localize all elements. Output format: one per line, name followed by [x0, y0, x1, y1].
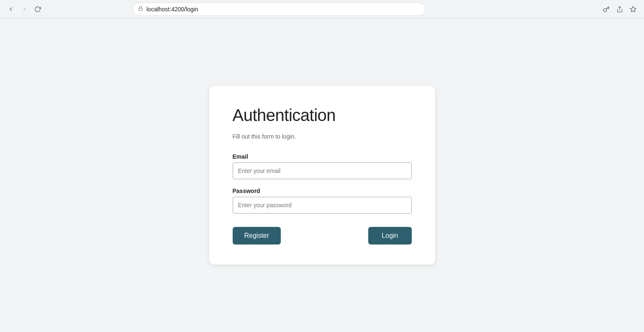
email-label: Email — [233, 153, 412, 160]
back-button[interactable] — [5, 3, 17, 15]
browser-chrome: localhost:4200/login — [0, 0, 644, 18]
bookmark-button[interactable] — [627, 3, 639, 15]
page-content: Authentication Fill out this form to log… — [0, 18, 644, 332]
lock-icon — [138, 6, 143, 12]
register-button[interactable]: Register — [233, 227, 281, 244]
auth-title: Authentication — [233, 106, 412, 125]
login-button[interactable]: Login — [368, 227, 411, 244]
auth-subtitle: Fill out this form to login. — [233, 133, 412, 140]
address-bar[interactable]: localhost:4200/login — [133, 3, 426, 16]
key-button[interactable] — [600, 3, 612, 15]
auth-card: Authentication Fill out this form to log… — [209, 86, 435, 265]
email-input[interactable] — [233, 162, 412, 179]
browser-actions — [600, 3, 639, 15]
nav-buttons — [5, 3, 44, 15]
forward-button[interactable] — [18, 3, 30, 15]
password-label: Password — [233, 188, 412, 194]
password-input[interactable] — [233, 197, 412, 214]
form-actions: Register Login — [233, 227, 412, 244]
reload-button[interactable] — [32, 3, 44, 15]
url-text: localhost:4200/login — [146, 6, 198, 13]
share-button[interactable] — [614, 3, 626, 15]
svg-rect-0 — [139, 8, 143, 11]
svg-marker-2 — [630, 6, 636, 12]
password-form-group: Password — [233, 188, 412, 214]
email-form-group: Email — [233, 153, 412, 179]
